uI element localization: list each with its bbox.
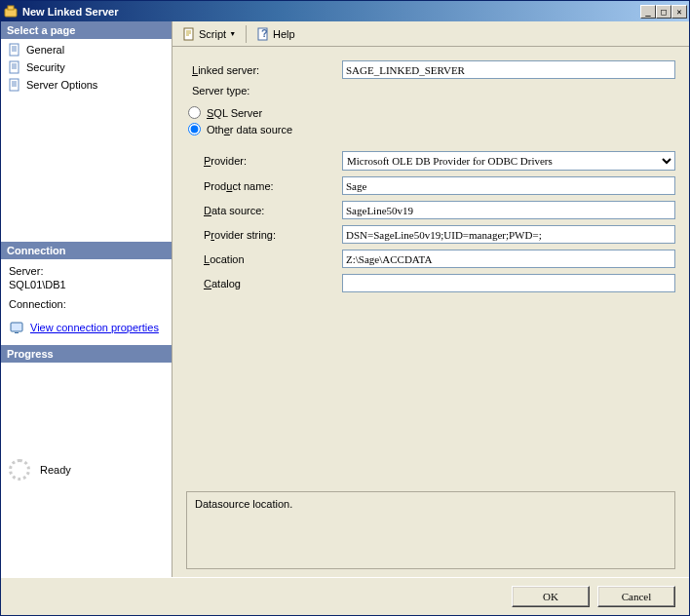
cancel-button[interactable]: Cancel <box>597 586 675 607</box>
sidebar-item-security[interactable]: Security <box>3 58 170 76</box>
sidebar-item-label: General <box>26 44 64 56</box>
data-source-label: Data source: <box>186 205 342 216</box>
script-button[interactable]: Script ▼ <box>178 25 240 43</box>
maximize-button[interactable]: □ <box>656 5 671 19</box>
radio-other-input[interactable] <box>188 123 201 135</box>
provider-label: Provider: <box>186 155 342 167</box>
radio-sql-server[interactable]: SQL Server <box>186 106 675 119</box>
svg-rect-4 <box>10 79 19 91</box>
page-icon <box>7 77 22 93</box>
close-button[interactable]: ✕ <box>671 5 687 19</box>
server-value: SQL01\DB1 <box>9 279 164 290</box>
svg-rect-2 <box>10 44 19 56</box>
view-connection-link[interactable]: View connection properties <box>30 322 159 333</box>
app-icon <box>3 4 19 19</box>
page-icon <box>7 42 22 58</box>
location-label: Location <box>186 253 342 265</box>
catalog-label: Catalog <box>186 278 342 289</box>
data-source-input[interactable] <box>342 201 675 219</box>
button-row: OK Cancel <box>1 577 689 615</box>
main-panel: Script ▼ ? Help LLinked server:inked ser… <box>172 21 689 577</box>
sidebar-header-connection: Connection <box>1 242 172 259</box>
product-name-label: Product name: <box>186 180 342 192</box>
progress-panel: Ready <box>1 363 172 577</box>
sidebar-item-general[interactable]: General <box>3 41 170 58</box>
svg-rect-3 <box>10 61 19 73</box>
sidebar: Select a page General Security Server Op… <box>1 21 172 577</box>
title-bar: New Linked Server _ □ ✕ <box>1 1 689 21</box>
window-buttons: _ □ ✕ <box>640 5 687 19</box>
svg-rect-7 <box>184 28 193 40</box>
script-icon <box>182 27 196 41</box>
dropdown-arrow-icon: ▼ <box>229 30 236 37</box>
location-input[interactable] <box>342 250 675 268</box>
radio-sql-label: SQL Server <box>207 107 262 119</box>
view-connection-link-row: View connection properties <box>9 320 164 335</box>
page-icon <box>7 59 22 75</box>
sidebar-header-progress: Progress <box>1 345 172 363</box>
window-title: New Linked Server <box>22 6 640 18</box>
help-text: Datasource location. <box>195 498 292 510</box>
dialog-window: New Linked Server _ □ ✕ Select a page Ge… <box>0 0 690 616</box>
provider-select[interactable]: Microsoft OLE DB Provider for ODBC Drive… <box>342 151 675 171</box>
content-area: Select a page General Security Server Op… <box>1 21 689 615</box>
body: Select a page General Security Server Op… <box>1 21 689 577</box>
script-label: Script <box>199 28 226 40</box>
svg-rect-5 <box>11 323 22 331</box>
radio-other-source[interactable]: Other data source <box>186 123 675 135</box>
help-label: Help <box>273 28 295 40</box>
sidebar-item-server-options[interactable]: Server Options <box>3 76 170 94</box>
radio-sql-input[interactable] <box>188 106 201 119</box>
toolbar-separator <box>246 25 247 43</box>
server-label: Server: <box>9 265 164 277</box>
toolbar: Script ▼ ? Help <box>172 21 689 47</box>
svg-rect-1 <box>8 6 14 10</box>
provider-string-input[interactable] <box>342 225 675 244</box>
sidebar-item-label: Security <box>26 61 65 73</box>
radio-other-label: Other data source <box>207 124 292 135</box>
connection-panel: Server: SQL01\DB1 Connection: View conne… <box>1 259 172 345</box>
connection-label: Connection: <box>9 298 164 310</box>
product-name-input[interactable] <box>342 176 675 195</box>
sidebar-page-list: General Security Server Options <box>1 39 172 242</box>
minimize-button[interactable]: _ <box>640 5 656 19</box>
sidebar-header-pages: Select a page <box>1 21 172 39</box>
ok-button[interactable]: OK <box>512 586 590 607</box>
progress-status: Ready <box>40 464 71 476</box>
provider-string-label: Provider string: <box>186 229 342 241</box>
catalog-input[interactable] <box>342 274 675 292</box>
progress-spinner-icon <box>9 459 30 481</box>
svg-rect-6 <box>15 332 19 333</box>
svg-text:?: ? <box>261 27 268 39</box>
sidebar-item-label: Server Options <box>26 79 97 91</box>
form: LLinked server:inked server: Server type… <box>186 60 675 483</box>
connection-icon <box>9 320 24 335</box>
linked-server-label: LLinked server:inked server: <box>186 64 342 76</box>
linked-server-input[interactable] <box>342 60 675 79</box>
help-text-box: Datasource location. <box>186 491 675 569</box>
server-type-label: Server type: <box>186 85 342 96</box>
help-button[interactable]: ? Help <box>252 25 299 43</box>
help-icon: ? <box>256 27 270 41</box>
